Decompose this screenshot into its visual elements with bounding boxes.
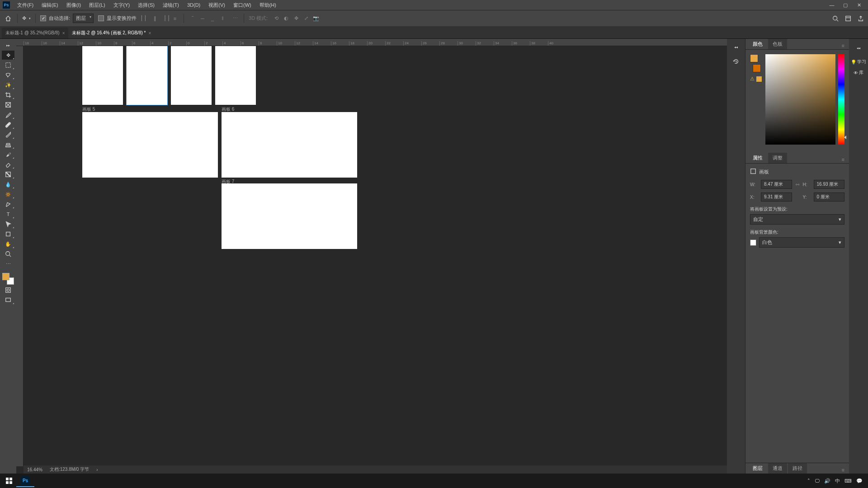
search-icon[interactable]	[832, 15, 839, 22]
tab-close-icon[interactable]: ×	[148, 31, 151, 36]
history-panel-icon[interactable]	[730, 55, 742, 68]
artboard-3[interactable]	[171, 46, 212, 105]
artboard-7[interactable]	[222, 183, 357, 249]
shape-tool[interactable]	[2, 230, 14, 239]
tab-layers[interactable]: 图层	[748, 463, 767, 474]
tab-close-icon[interactable]: ×	[62, 31, 65, 36]
align-stretch-icon[interactable]: ≡	[171, 14, 179, 23]
hand-tool[interactable]: ✋	[2, 239, 14, 249]
clone-stamp-tool[interactable]	[2, 140, 14, 149]
artboard-1[interactable]	[82, 46, 123, 105]
tray-keyboard-icon[interactable]: ⌨	[844, 478, 852, 484]
menu-select[interactable]: 选择(S)	[134, 0, 158, 10]
show-transform-checkbox[interactable]	[98, 15, 104, 21]
align-center-h-icon[interactable]: ‖	[151, 14, 159, 23]
document-tab[interactable]: 未标题-1 @ 35.2%(RGB/8) ×	[2, 28, 68, 38]
link-wh-icon[interactable]: ⚯	[796, 182, 799, 187]
tray-display-icon[interactable]: 🖵	[815, 478, 820, 483]
home-button[interactable]	[4, 14, 13, 23]
menu-edit[interactable]: 编辑(E)	[38, 0, 62, 10]
collapse-icon[interactable]: ◂◂	[852, 42, 865, 54]
tab-channels[interactable]: 通道	[768, 463, 787, 474]
warning-icon[interactable]: ⚠	[750, 76, 755, 82]
magic-wand-tool[interactable]: ✨	[2, 80, 14, 89]
artboard-6[interactable]	[222, 112, 357, 178]
bgcolor-dropdown[interactable]: 白色▾	[759, 237, 844, 248]
ruler-horizontal[interactable]: 1816141210864202468101214161820222426283…	[16, 39, 727, 46]
canvas[interactable]: 画板 5 画板 6 画板 7	[24, 46, 727, 465]
blur-tool[interactable]: 💧	[2, 180, 14, 189]
color-swatches[interactable]	[2, 273, 14, 285]
panel-menu-icon[interactable]: ≡	[840, 156, 846, 163]
collapse-icon[interactable]: ▸▸	[2, 41, 14, 50]
align-middle-icon[interactable]: ─	[198, 14, 207, 23]
artboard-2[interactable]	[127, 46, 167, 105]
move-tool-icon[interactable]: ✥▾	[22, 15, 31, 21]
artboard-label[interactable]: 画板 5	[82, 106, 95, 113]
edit-toolbar-icon[interactable]: ⋯	[2, 259, 14, 268]
marquee-tool[interactable]	[2, 61, 14, 70]
healing-tool[interactable]: 🩹	[2, 120, 14, 129]
height-field[interactable]: 16.93 厘米	[814, 180, 845, 189]
restore-button[interactable]: ▢	[839, 0, 852, 9]
menu-help[interactable]: 帮助(H)	[256, 0, 280, 10]
libraries-panel-button[interactable]: 👁库	[854, 70, 863, 76]
doc-size[interactable]: 文档:123.8M/0 字节	[50, 466, 89, 473]
workspace-icon[interactable]	[844, 15, 852, 22]
align-bottom-icon[interactable]: _	[208, 14, 217, 23]
align-right-icon[interactable]: ▕▕	[161, 14, 169, 23]
eyedropper-tool[interactable]	[2, 110, 14, 119]
bgcolor-swatch[interactable]	[750, 239, 756, 246]
tab-color[interactable]: 颜色	[748, 39, 767, 49]
panel-menu-icon[interactable]: ≡	[840, 42, 846, 49]
x-field[interactable]: 9.31 厘米	[761, 192, 792, 202]
menu-layer[interactable]: 图层(L)	[85, 0, 108, 10]
align-more-icon[interactable]: ⋯	[231, 14, 239, 23]
align-top-icon[interactable]: ‾	[189, 14, 197, 23]
share-icon[interactable]	[857, 15, 864, 22]
history-brush-tool[interactable]: 🖌	[2, 150, 14, 159]
tray-volume-icon[interactable]: 🔊	[824, 478, 830, 484]
menu-filter[interactable]: 滤镜(T)	[159, 0, 183, 10]
menu-3d[interactable]: 3D(D)	[184, 1, 204, 9]
preset-dropdown[interactable]: 自定▾	[750, 214, 844, 225]
menu-image[interactable]: 图像(I)	[63, 0, 85, 10]
start-button[interactable]	[2, 474, 16, 487]
menu-window[interactable]: 窗口(W)	[230, 0, 255, 10]
align-left-icon[interactable]: ▏▏	[141, 14, 149, 23]
eraser-tool[interactable]	[2, 160, 14, 169]
artboard-5[interactable]	[82, 112, 218, 178]
tab-adjustments[interactable]: 调整	[768, 153, 787, 163]
dodge-tool[interactable]: 🔅	[2, 190, 14, 199]
artboard-label[interactable]: 画板 6	[222, 106, 234, 113]
tray-ime-indicator[interactable]: 中	[835, 478, 840, 484]
crop-tool[interactable]	[2, 90, 14, 99]
frame-tool[interactable]	[2, 100, 14, 109]
color-swatch-pair[interactable]	[750, 54, 761, 72]
tab-swatches[interactable]: 色板	[768, 39, 787, 49]
move-tool[interactable]: ✥	[2, 51, 14, 60]
width-field[interactable]: 8.47 厘米	[761, 180, 792, 189]
zoom-tool[interactable]	[2, 249, 14, 258]
pen-tool[interactable]	[2, 200, 14, 209]
minimize-button[interactable]: —	[826, 0, 838, 9]
learn-panel-button[interactable]: 💡学习	[851, 59, 866, 65]
menu-file[interactable]: 文件(F)	[14, 0, 37, 10]
lasso-tool[interactable]	[2, 70, 14, 80]
saturation-value-picker[interactable]	[765, 54, 835, 145]
quick-mask-tool[interactable]	[2, 286, 14, 295]
screen-mode-tool[interactable]	[2, 296, 14, 305]
zoom-level[interactable]: 16.44%	[27, 467, 42, 472]
artboard-4[interactable]	[215, 46, 256, 105]
hue-slider[interactable]	[838, 54, 844, 145]
tray-action-center-icon[interactable]: 💬	[856, 478, 863, 484]
foreground-swatch[interactable]	[2, 273, 9, 280]
close-button[interactable]: ✕	[853, 0, 865, 9]
collapse-icon[interactable]: ◂◂	[730, 41, 742, 53]
y-field[interactable]: 0 厘米	[814, 192, 845, 202]
brush-tool[interactable]	[2, 130, 14, 139]
type-tool[interactable]: T	[2, 210, 14, 219]
document-tab[interactable]: 未标题-2 @ 16.4% (画板 2, RGB/8) * ×	[68, 28, 155, 38]
web-safe-swatch[interactable]	[756, 76, 762, 82]
path-select-tool[interactable]	[2, 220, 14, 229]
